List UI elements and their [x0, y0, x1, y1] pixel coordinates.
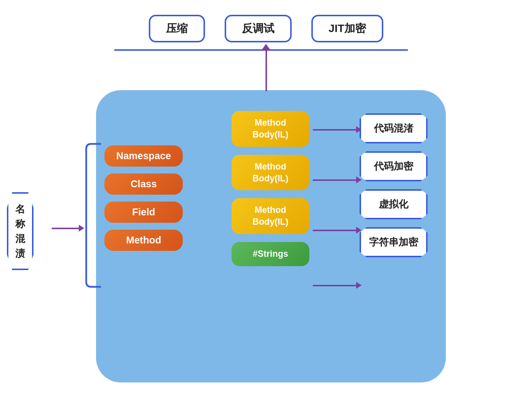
arrow-up-shaft — [266, 51, 267, 91]
method-badge: Method — [104, 230, 183, 251]
method-body-3: MethodBody(IL) — [232, 198, 309, 234]
arrow-method1 — [313, 129, 356, 131]
class-badge: Class — [104, 173, 183, 195]
method-body-2: MethodBody(IL) — [232, 155, 309, 191]
compress-badge: 压缩 — [149, 15, 205, 42]
orange-items-group: Namespace Class Field Method — [104, 145, 183, 251]
top-badges-row: 压缩 反调试 JIT加密 — [149, 15, 383, 42]
left-bracket-svg — [84, 139, 103, 292]
diagram: 压缩 反调试 JIT加密 名称混渍 Namespace Class Field … — [0, 0, 532, 412]
arrow-strings-head — [356, 282, 362, 289]
method-body-1: MethodBody(IL) — [232, 111, 309, 147]
arrow-up-head — [261, 44, 271, 51]
name-obfuscation-text: 名称混渍 — [15, 204, 25, 259]
yellow-items-group: MethodBody(IL) MethodBody(IL) MethodBody… — [232, 111, 309, 266]
right-labels-group: 代码混渚 代码加密 虚拟化 字符串加密 — [360, 113, 428, 257]
arrow-method2 — [313, 179, 356, 181]
namespace-badge: Namespace — [104, 145, 183, 167]
arrow-strings — [313, 285, 356, 286]
right-label-1: 代码加密 — [360, 151, 428, 181]
field-badge: Field — [104, 202, 183, 223]
jit-encrypt-badge: JIT加密 — [311, 15, 383, 42]
right-label-0: 代码混渚 — [360, 113, 428, 143]
arrow-method3 — [313, 230, 356, 231]
anti-debug-badge: 反调试 — [225, 15, 292, 42]
strings-badge: #Strings — [232, 242, 309, 266]
name-obfuscation-badge: 名称混渍 — [7, 192, 33, 270]
right-label-2: 虚拟化 — [360, 189, 428, 219]
right-label-3: 字符串加密 — [360, 227, 428, 257]
left-arrow-connector — [52, 228, 79, 229]
